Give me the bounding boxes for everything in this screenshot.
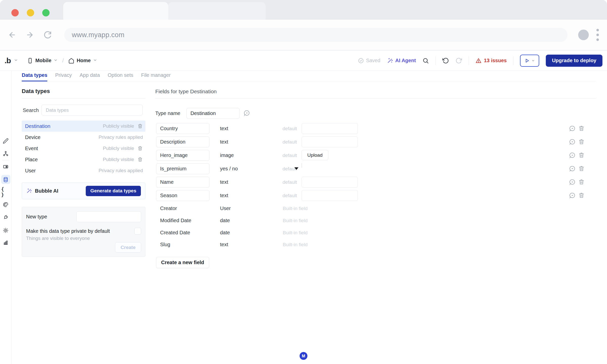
tab-file-manager[interactable]: File manager: [141, 72, 171, 81]
page-label: Home: [77, 58, 91, 63]
trash-icon[interactable]: [578, 192, 585, 199]
toolbar-divider: [436, 56, 436, 65]
comment-bubble-icon[interactable]: [569, 125, 576, 132]
builtin-row-created-date: Created Date date Built-in field: [155, 227, 596, 238]
settings-gear-icon[interactable]: [1, 226, 10, 235]
preview-button[interactable]: [520, 55, 539, 67]
issues-button[interactable]: 13 issues: [475, 58, 507, 64]
ai-agent-label: AI Agent: [395, 58, 416, 63]
device-selector[interactable]: Mobile: [27, 58, 58, 64]
workflow-icon[interactable]: [1, 149, 10, 158]
user-avatar[interactable]: M: [300, 352, 308, 360]
browser-tab-active[interactable]: [63, 2, 168, 20]
generate-data-types-button[interactable]: Generate data types: [86, 186, 141, 196]
comment-bubble-icon[interactable]: [569, 165, 576, 172]
field-name-input[interactable]: [156, 177, 209, 188]
private-checkbox[interactable]: [134, 228, 141, 235]
type-name-input[interactable]: [186, 108, 240, 119]
default-value-input[interactable]: [301, 177, 358, 188]
field-row-hero-image: image default Upload: [155, 150, 596, 161]
data-type-row-user[interactable]: User Privacy rules applied: [22, 165, 145, 176]
data-type-row-destination[interactable]: Destination Publicly visible: [22, 121, 145, 132]
logo-chevron-down-icon[interactable]: [14, 58, 18, 63]
comment-bubble-icon[interactable]: [569, 139, 576, 145]
comment-bubble-icon[interactable]: [569, 192, 576, 199]
field-name-input[interactable]: [156, 150, 209, 161]
trash-icon[interactable]: [578, 165, 585, 172]
data-type-status: Publicly visible: [103, 123, 134, 129]
breadcrumb-separator: /: [62, 57, 64, 64]
bubble-logo[interactable]: .b: [5, 56, 11, 65]
trash-icon[interactable]: [137, 123, 143, 129]
home-icon: [68, 58, 74, 64]
create-type-button[interactable]: Create: [115, 242, 141, 253]
default-value-input[interactable]: [301, 136, 358, 147]
default-label: default: [262, 163, 297, 174]
tab-option-sets[interactable]: Option sets: [108, 72, 133, 81]
browser-menu-icon[interactable]: [596, 29, 599, 41]
plugins-plug-icon[interactable]: [1, 213, 10, 222]
builtin-field-flag: Built-in field: [283, 203, 308, 214]
trash-icon[interactable]: [137, 146, 143, 151]
trash-icon[interactable]: [578, 179, 585, 185]
trash-icon[interactable]: [137, 157, 143, 162]
upload-button[interactable]: Upload: [301, 150, 328, 160]
design-pencil-icon[interactable]: [1, 136, 10, 145]
reload-icon[interactable]: [42, 29, 53, 40]
bubble-ai-label: Bubble AI: [35, 188, 58, 194]
components-icon[interactable]: [1, 162, 10, 171]
styles-palette-icon[interactable]: [1, 200, 10, 209]
redo-icon[interactable]: [456, 57, 462, 64]
trash-icon[interactable]: [578, 152, 585, 158]
browser-profile-avatar[interactable]: [578, 30, 589, 40]
comment-bubble-icon[interactable]: [244, 110, 250, 116]
logs-chart-icon[interactable]: [1, 238, 10, 247]
search-icon[interactable]: [422, 57, 429, 64]
comment-bubble-icon[interactable]: [569, 152, 576, 158]
forward-icon[interactable]: [24, 29, 35, 40]
data-type-name: Destination: [25, 123, 50, 129]
default-label: default: [262, 177, 297, 188]
fields-panel-title: Fields for type Destination: [155, 88, 217, 95]
data-database-icon[interactable]: [1, 175, 10, 184]
field-row-season: text default: [155, 190, 596, 201]
field-type: text: [220, 190, 228, 201]
minimize-window-button[interactable]: [27, 9, 34, 16]
default-value-input[interactable]: [301, 190, 358, 201]
field-name-input[interactable]: [156, 163, 209, 174]
field-name-input[interactable]: [156, 190, 209, 201]
comment-bubble-icon[interactable]: [569, 179, 576, 185]
data-type-row-event[interactable]: Event Publicly visible: [22, 143, 145, 154]
builtin-row-modified-date: Modified Date date Built-in field: [155, 215, 596, 226]
builtin-field-name: Modified Date: [160, 215, 191, 226]
data-type-row-place[interactable]: Place Publicly visible: [22, 154, 145, 165]
browser-tab-inactive[interactable]: [168, 2, 266, 20]
field-name-input[interactable]: [156, 136, 209, 147]
backend-braces-icon[interactable]: { }: [1, 187, 10, 196]
select-arrow-icon: [294, 167, 298, 170]
warning-icon: [475, 58, 482, 64]
trash-icon[interactable]: [578, 125, 585, 132]
search-input[interactable]: [41, 105, 143, 116]
tab-app-data[interactable]: App data: [80, 72, 100, 81]
default-value-input[interactable]: [301, 123, 358, 134]
close-window-button[interactable]: [11, 9, 19, 16]
zoom-window-button[interactable]: [42, 9, 50, 16]
page-selector[interactable]: Home: [68, 58, 97, 64]
new-type-input[interactable]: [76, 211, 141, 222]
tab-privacy[interactable]: Privacy: [55, 72, 72, 81]
bubble-ai-banner: Bubble AI Generate data types: [22, 183, 145, 199]
default-value-select[interactable]: [301, 163, 302, 168]
field-name-input[interactable]: [156, 123, 209, 134]
back-icon[interactable]: [7, 29, 18, 40]
trash-icon[interactable]: [578, 139, 585, 145]
create-new-field-button[interactable]: Create a new field: [156, 257, 209, 268]
upgrade-to-deploy-button[interactable]: Upgrade to deploy: [546, 55, 602, 67]
tab-data-types[interactable]: Data types: [22, 72, 47, 81]
wand-sparkle-icon: [26, 188, 32, 194]
undo-icon[interactable]: [442, 57, 449, 64]
ai-agent-button[interactable]: AI Agent: [387, 58, 416, 64]
data-type-row-device[interactable]: Device Privacy rules applied: [22, 132, 145, 143]
url-bar[interactable]: www.myapp.com: [64, 28, 568, 42]
builtin-field-flag: Built-in field: [283, 215, 308, 226]
